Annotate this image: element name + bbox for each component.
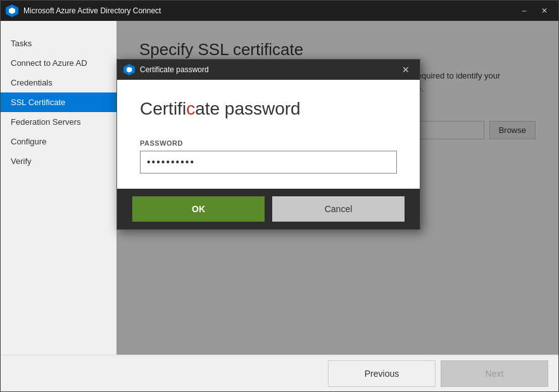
bottom-bar: Previous Next (1, 355, 558, 391)
password-input[interactable] (140, 151, 397, 174)
sidebar-item-connect-azure-ad[interactable]: Connect to Azure AD (1, 53, 116, 73)
next-button: Next (441, 360, 548, 387)
window-title: Microsoft Azure Active Directory Connect (23, 6, 515, 15)
main-content: Tasks Connect to Azure AD Credentials SS… (1, 21, 558, 355)
modal-body: Certificate password PASSWORD (117, 80, 420, 189)
sidebar-item-tasks[interactable]: Tasks (1, 34, 116, 53)
sidebar-item-federation-servers[interactable]: Federation Servers (1, 112, 116, 132)
cancel-button[interactable]: Cancel (272, 196, 405, 222)
app-icon (6, 4, 18, 17)
ok-button[interactable]: OK (132, 196, 265, 222)
sidebar: Tasks Connect to Azure AD Credentials SS… (1, 21, 116, 355)
content-area: Specify SSL certificate In order to inst… (116, 21, 558, 355)
modal-title-bar: Certificate password ✕ (117, 60, 420, 80)
sidebar-item-configure[interactable]: Configure (1, 132, 116, 151)
cert-password-modal: Certificate password ✕ Certificate passw… (116, 59, 420, 230)
modal-footer: OK Cancel (117, 189, 420, 229)
modal-overlay: Certificate password ✕ Certificate passw… (116, 21, 558, 355)
title-bar: Microsoft Azure Active Directory Connect… (1, 1, 558, 21)
close-button[interactable]: ✕ (536, 4, 553, 17)
modal-app-icon (123, 64, 135, 75)
modal-heading: Certificate password (140, 99, 397, 119)
minimize-button[interactable]: – (515, 4, 533, 17)
sidebar-item-verify[interactable]: Verify (1, 151, 116, 171)
password-label: PASSWORD (140, 139, 397, 147)
sidebar-item-ssl-certificate[interactable]: SSL Certificate (1, 92, 116, 112)
previous-button[interactable]: Previous (328, 360, 436, 387)
window-controls: – ✕ (515, 4, 553, 17)
modal-title: Certificate password (140, 65, 398, 74)
app-window: Microsoft Azure Active Directory Connect… (0, 0, 559, 392)
sidebar-item-credentials[interactable]: Credentials (1, 73, 116, 92)
modal-close-button[interactable]: ✕ (398, 62, 413, 77)
